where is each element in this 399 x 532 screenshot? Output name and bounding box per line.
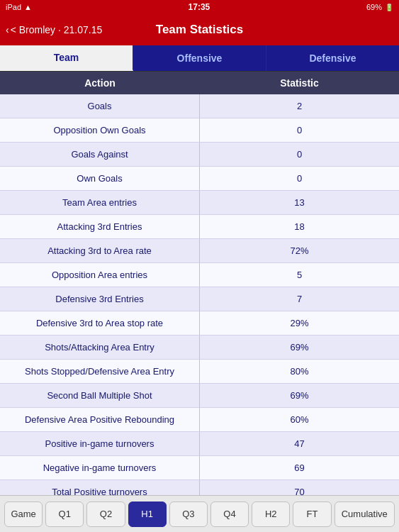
cell-stat: 0 [200, 118, 399, 142]
table-row: Defensive 3rd to Area stop rate 29% [0, 311, 399, 336]
back-label: < Bromley · 21.07.15 [11, 24, 103, 35]
table-row: Opposition Area entries 5 [0, 263, 399, 287]
tab-team[interactable]: Team [0, 45, 133, 71]
table-row: Positive in-game turnovers 47 [0, 432, 399, 456]
cell-stat: 7 [200, 287, 399, 311]
cell-action: Defensive 3rd Entries [0, 287, 200, 311]
bottom-tab-game[interactable]: Game [4, 501, 43, 527]
bottom-tab-q3[interactable]: Q3 [169, 501, 208, 527]
cell-stat: 72% [200, 239, 399, 262]
battery-icon: 🔋 [385, 4, 393, 11]
bottom-tab-q1[interactable]: Q1 [45, 501, 84, 527]
cell-stat: 69 [200, 456, 399, 480]
status-time: 17:35 [189, 2, 210, 12]
cell-action: Own Goals [0, 167, 200, 190]
table-row: Shots Stopped/Defensive Area Entry 80% [0, 360, 399, 384]
cell-stat: 60% [200, 408, 399, 431]
table-row: Shots/Attacking Area Entry 69% [0, 336, 399, 360]
battery-percent: 69% [366, 3, 382, 11]
cell-action: Defensive 3rd to Area stop rate [0, 311, 200, 335]
cell-stat: 18 [200, 215, 399, 238]
cell-action: Shots Stopped/Defensive Area Entry [0, 360, 200, 383]
cell-action: Total Positive turnovers [0, 480, 200, 496]
back-button[interactable]: ‹ < Bromley · 21.07.15 [6, 24, 102, 35]
bottom-tab-cumulative[interactable]: Cumulative [335, 501, 395, 527]
bottom-tab-bar: Game Q1 Q2 H1 Q3 Q4 H2 FT Cumulative [0, 495, 399, 532]
cell-action: Goals Against [0, 143, 200, 166]
table-row: Opposition Own Goals 0 [0, 118, 399, 143]
tab-defensive[interactable]: Defensive [266, 45, 399, 71]
table-row: Own Goals 0 [0, 167, 399, 191]
col-header-action: Action [0, 72, 200, 94]
cell-stat: 0 [200, 167, 399, 190]
bottom-tab-ft[interactable]: FT [293, 501, 331, 527]
cell-stat: 69% [200, 336, 399, 359]
bottom-tab-h2[interactable]: H2 [252, 501, 290, 527]
cell-action: Attacking 3rd Entries [0, 215, 200, 238]
table-row: Total Positive turnovers 70 [0, 480, 399, 496]
table-row: Second Ball Multiple Shot 69% [0, 384, 399, 408]
col-header-statistic: Statistic [200, 72, 399, 94]
bottom-tab-h1[interactable]: H1 [128, 501, 167, 527]
table-row: Negative in-game turnovers 69 [0, 456, 399, 480]
tab-offensive[interactable]: Offensive [133, 45, 266, 71]
cell-stat: 47 [200, 432, 399, 455]
bottom-tab-q2[interactable]: Q2 [86, 501, 125, 527]
table-row: Defensive 3rd Entries 7 [0, 287, 399, 311]
table-row: Attacking 3rd Entries 18 [0, 215, 399, 239]
page-title: Team Statistics [156, 23, 243, 37]
ipad-label: iPad [6, 3, 21, 11]
table-row: Goals Against 0 [0, 143, 399, 167]
cell-stat: 69% [200, 384, 399, 407]
table-row: Attacking 3rd to Area rate 72% [0, 239, 399, 263]
cell-stat: 0 [200, 143, 399, 166]
bottom-tab-q4[interactable]: Q4 [210, 501, 249, 527]
cell-stat: 80% [200, 360, 399, 383]
table-row: Goals 2 [0, 94, 399, 118]
cell-stat: 70 [200, 480, 399, 496]
cell-action: Defensive Area Positive Rebounding [0, 408, 200, 431]
wifi-icon: ▲ [24, 3, 32, 11]
cell-action: Second Ball Multiple Shot [0, 384, 200, 407]
cell-action: Attacking 3rd to Area rate [0, 239, 200, 262]
back-chevron-icon: ‹ [6, 24, 9, 35]
table-body: Goals 2 Opposition Own Goals 0 Goals Aga… [0, 94, 399, 496]
cell-action: Goals [0, 94, 200, 118]
top-tab-bar: Team Offensive Defensive [0, 45, 399, 72]
cell-action: Opposition Area entries [0, 263, 200, 287]
status-bar: iPad ▲ 17:35 69% 🔋 [0, 0, 399, 14]
cell-stat: 29% [200, 311, 399, 335]
status-right: 69% 🔋 [366, 3, 393, 11]
cell-action: Positive in-game turnovers [0, 432, 200, 455]
table-row: Team Area entries 13 [0, 191, 399, 215]
cell-stat: 2 [200, 94, 399, 118]
cell-action: Team Area entries [0, 191, 200, 214]
cell-action: Negative in-game turnovers [0, 456, 200, 480]
status-left: iPad ▲ [6, 3, 32, 11]
table-header-row: Action Statistic [0, 72, 399, 94]
cell-stat: 13 [200, 191, 399, 214]
header: ‹ < Bromley · 21.07.15 Team Statistics [0, 14, 399, 45]
cell-action: Shots/Attacking Area Entry [0, 336, 200, 359]
cell-action: Opposition Own Goals [0, 118, 200, 142]
table-row: Defensive Area Positive Rebounding 60% [0, 408, 399, 432]
cell-stat: 5 [200, 263, 399, 287]
stats-table: Action Statistic Goals 2 Opposition Own … [0, 72, 399, 496]
